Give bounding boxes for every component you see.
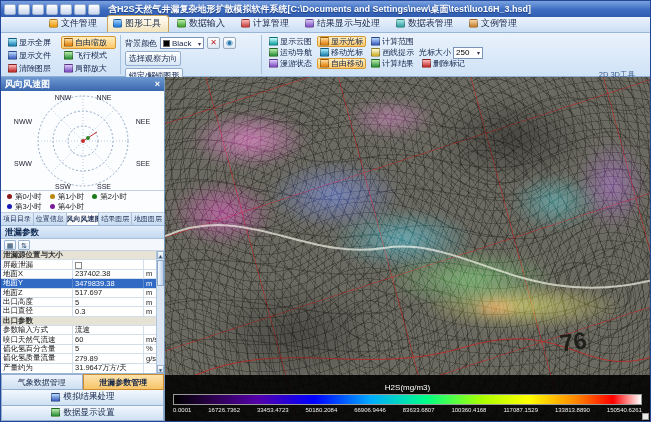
windrose-legend: 第0小时 第1小时 第2小时 第3小时 第4小时 (1, 191, 164, 213)
apply-background-icon[interactable]: ◉ (223, 37, 236, 49)
colorbar-ticks: 0.000116726.736233453.472350180.20846690… (173, 407, 642, 413)
free-move-icon (320, 59, 329, 68)
tab-result-layers[interactable]: 结果图层 (99, 213, 132, 225)
shield-leak-checkbox[interactable] (75, 262, 82, 269)
tab-graphic-tools[interactable]: 图形工具 (107, 15, 169, 32)
calc-range-button[interactable]: 计算范围 (368, 36, 417, 47)
gas-velocity-value[interactable]: 60 (73, 335, 144, 344)
clear-layers-button[interactable]: 清除图层 (5, 62, 60, 75)
calc-result-icon (371, 59, 380, 68)
tab-project-tree[interactable]: 项目目录 (1, 213, 34, 225)
show-cloud-button[interactable]: 显示云图 (266, 36, 315, 47)
resize-grip[interactable] (642, 413, 649, 420)
calc-result-button[interactable]: 计算结果 (368, 58, 417, 69)
fullscreen-button[interactable]: 显示全屏 (5, 36, 60, 49)
show-file-icon (8, 51, 17, 60)
tab-data-tables[interactable]: 数据表管理 (390, 15, 461, 32)
fly-mode-icon (64, 51, 73, 60)
tab-wind-rose[interactable]: 风向风速图 (67, 213, 100, 225)
h2s-massflow-value[interactable]: 279.89 (73, 354, 144, 363)
leak-params-header: 泄漏参数 (1, 226, 164, 239)
show-cloud-icon (269, 37, 278, 46)
motion-nav-button[interactable]: 运动导航 (266, 47, 315, 58)
production-value[interactable]: 31.9647万方/天 (73, 363, 144, 373)
data-input-icon (177, 19, 186, 28)
param-row[interactable]: 产量约为31.9647万方/天 (1, 364, 164, 373)
param-scrollbar[interactable]: ▲ ▼ (156, 251, 164, 373)
terrain-label: 76 (558, 326, 588, 357)
fullscreen-icon (8, 38, 17, 47)
legend-dot-icon (92, 194, 97, 199)
legend-item: 第4小时 (50, 202, 85, 212)
delete-mark-button[interactable]: 删除标记 (419, 58, 468, 69)
show-cursor-button[interactable]: 显示光标 (317, 36, 366, 47)
concentration-blob (471, 297, 523, 317)
open-file-icon[interactable] (32, 4, 44, 15)
move-cursor-button[interactable]: 移动光标 (317, 47, 366, 58)
undo-icon[interactable] (74, 4, 86, 15)
line-hint-button[interactable]: 画线提示 (368, 47, 417, 58)
show-file-button[interactable]: 显示文件 (5, 49, 60, 62)
help-icon[interactable] (88, 4, 100, 15)
local-magnify-button[interactable]: 局部放大 (61, 62, 116, 75)
ground-x-value[interactable]: 237402.38 (73, 269, 144, 278)
print-icon[interactable] (60, 4, 72, 15)
scroll-down-icon[interactable]: ▼ (157, 365, 164, 373)
delete-mark-icon (422, 59, 431, 68)
line-hint-icon (371, 48, 380, 57)
view-button-group: 显示全屏 自由缩放 显示文件 飞行模式 清除图层 局部放大 (4, 35, 121, 74)
tab-results[interactable]: 结果显示与处理 (299, 15, 388, 32)
outlet-diameter-value[interactable]: 0.3 (73, 307, 144, 316)
simulation-results-button[interactable]: 模拟结果处理 (1, 390, 164, 406)
view-direction-button[interactable]: 选择观察方向 (125, 51, 181, 66)
leak-params-button[interactable]: 泄漏参数管理 (83, 374, 165, 390)
ground-y-value[interactable]: 3479839.38 (73, 279, 144, 288)
clear-background-icon[interactable]: ✕ (207, 37, 220, 49)
motion-nav-icon (269, 48, 278, 57)
map-viewport[interactable]: 76 H2S(mg/m3) 0.000116726.736233453.4723… (165, 77, 650, 421)
data-tables-icon (396, 19, 405, 28)
svg-text:NNE: NNE (97, 94, 112, 101)
legend-item: 第3小时 (7, 202, 42, 212)
legend-item: 第1小时 (50, 192, 85, 202)
background-color-select[interactable]: Black ▾ (160, 37, 204, 49)
roam-state-icon (269, 59, 278, 68)
h2s-percent-value[interactable]: 5 (73, 344, 144, 353)
weather-data-button[interactable]: 气象数据管理 (1, 374, 83, 390)
sort-view-icon[interactable]: ⇅ (18, 240, 30, 250)
free-move-button[interactable]: 自由移动 (317, 58, 366, 69)
fly-mode-button[interactable]: 飞行模式 (61, 49, 116, 62)
local-magnify-icon (64, 64, 73, 73)
scroll-up-icon[interactable]: ▲ (157, 251, 164, 259)
close-panel-icon[interactable]: × (155, 80, 160, 89)
background-color-label: 背景颜色 (125, 38, 157, 49)
colorbar-gradient (173, 394, 642, 405)
cursor-size-select[interactable]: 250 ▾ (453, 47, 483, 59)
tab-map-layers[interactable]: 地图图层 (132, 213, 164, 225)
roam-state-button[interactable]: 漫游状态 (266, 58, 315, 69)
category-view-icon[interactable]: ▦ (4, 240, 16, 250)
outlet-height-value[interactable]: 5 (73, 298, 144, 307)
cursor-size-label: 光标大小 (419, 47, 451, 58)
tab-data-input[interactable]: 数据输入 (171, 15, 233, 32)
clear-layers-icon (8, 64, 17, 73)
menu-bar: 文件管理 图形工具 数据输入 计算管理 结果显示与处理 数据表管理 文例管理 (1, 17, 650, 33)
free-zoom-icon (64, 38, 73, 47)
scroll-thumb[interactable] (157, 260, 164, 286)
input-mode-value[interactable]: 流速 (73, 325, 144, 335)
tab-calculation[interactable]: 计算管理 (235, 15, 297, 32)
free-zoom-button[interactable]: 自由缩放 (61, 36, 116, 49)
legend-dot-icon (7, 194, 12, 199)
svg-text:SEE: SEE (136, 160, 150, 167)
param-row[interactable]: 硫化氢质量流量279.89g/s (1, 354, 164, 363)
tab-location-info[interactable]: 位置信息 (34, 213, 67, 225)
tab-file-management[interactable]: 文件管理 (43, 15, 105, 32)
display-settings-button[interactable]: 数据显示设置 (1, 406, 164, 422)
wind-rose-chart: NNW NNE NWW NEE SWW SEE SSW SSE (1, 91, 164, 191)
new-file-icon[interactable] (18, 4, 30, 15)
save-file-icon[interactable] (46, 4, 58, 15)
tab-examples[interactable]: 文例管理 (463, 15, 525, 32)
app-window: 含H2S天然气井漏复杂地形扩散模拟软件系统[C:\Documents and S… (0, 0, 651, 422)
svg-text:SSE: SSE (97, 183, 111, 190)
ground-z-value[interactable]: 517.697 (73, 288, 144, 297)
